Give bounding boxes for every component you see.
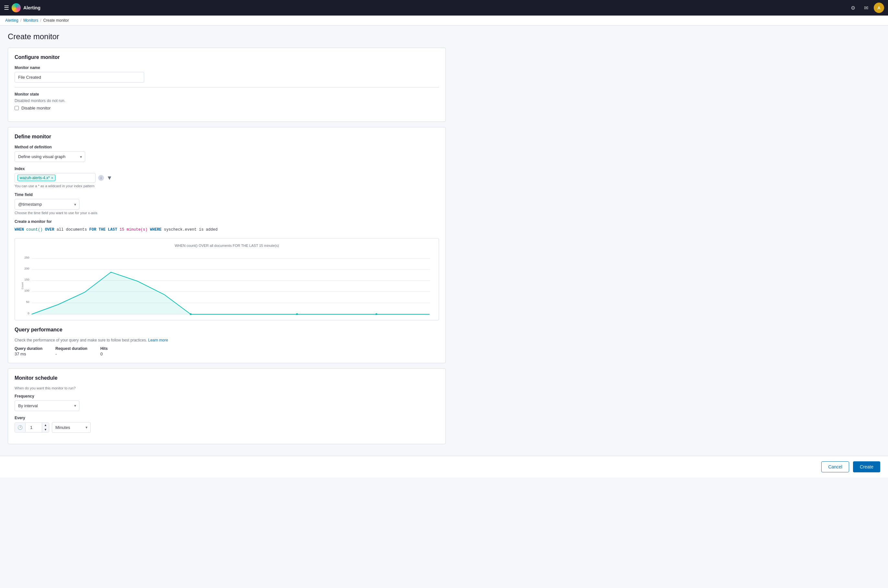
index-dropdown-icon[interactable]: ▼ <box>106 175 112 182</box>
index-label: Index <box>15 166 439 171</box>
every-label: Every <box>15 416 439 420</box>
index-tag-close[interactable]: × <box>51 176 53 180</box>
breadcrumb: Alerting / Monitors / Create monitor <box>0 15 888 26</box>
learn-more-link[interactable]: Learn more <box>148 338 168 342</box>
schedule-when-label: When do you want this monitor to run? <box>15 386 439 390</box>
breadcrumb-sep-1: / <box>20 18 21 22</box>
monitor-name-field: Monitor name <box>15 66 439 82</box>
request-duration-label: Request duration <box>56 346 87 351</box>
query-perf-desc: Check the performance of your query and … <box>15 338 439 342</box>
request-duration-metric: Request duration - <box>56 346 87 356</box>
request-duration-value: - <box>56 351 87 356</box>
nav-icons: ⚙ ✉ A <box>848 3 884 13</box>
frequency-label: Frequency <box>15 394 439 399</box>
monitor-name-input[interactable] <box>15 72 144 82</box>
create-button[interactable]: Create <box>853 461 880 472</box>
mail-icon[interactable]: ✉ <box>861 3 871 13</box>
spin-buttons: ▲ ▼ <box>42 423 49 432</box>
monitor-name-label: Monitor name <box>15 66 439 70</box>
over-value[interactable]: all documents <box>57 227 87 232</box>
avatar[interactable]: A <box>874 3 884 13</box>
query-duration-value: 37 ms <box>15 351 42 356</box>
time-field-row: Time field @timestamp ▼ Choose the time … <box>15 192 439 215</box>
index-tag: wazuh-alerts-4.x* × <box>18 175 56 181</box>
cancel-button[interactable]: Cancel <box>821 461 849 472</box>
hits-label: Hits <box>100 346 108 351</box>
svg-text:50: 50 <box>26 300 29 303</box>
disable-monitor-checkbox[interactable] <box>15 106 19 110</box>
hits-value: 0 <box>100 351 108 356</box>
svg-marker-12 <box>32 272 429 314</box>
method-select-wrapper: Define using visual graph Define using e… <box>15 151 85 162</box>
monitor-state-desc: Disabled monitors do not run. <box>15 99 439 103</box>
svg-text:200: 200 <box>24 267 29 270</box>
svg-text:150: 150 <box>24 278 29 281</box>
define-monitor-title: Define monitor <box>15 134 439 140</box>
method-label: Method of definition <box>15 145 439 149</box>
page-title: Create monitor <box>8 32 446 41</box>
interval-unit-wrapper: Minutes Hours Days ▼ <box>52 422 91 433</box>
forthe-keyword: FOR THE LAST <box>89 227 117 232</box>
page-content: Create monitor Configure monitor Monitor… <box>0 26 453 456</box>
menu-icon[interactable]: ☰ <box>4 4 9 11</box>
monitor-state-label: Monitor state <box>15 92 439 96</box>
over-keyword: OVER <box>45 227 54 232</box>
schedule-title: Monitor schedule <box>15 375 439 381</box>
monitor-schedule-card: Monitor schedule When do you want this m… <box>8 368 446 444</box>
app-logo <box>12 3 21 12</box>
spin-down-button[interactable]: ▼ <box>42 427 49 432</box>
clock-icon: 🕐 <box>15 423 26 432</box>
app-name: Alerting <box>23 5 845 10</box>
index-hint: You can use a * as a wildcard in your in… <box>15 184 439 188</box>
frequency-select[interactable]: By interval Daily Weekly Monthly Custom … <box>15 400 80 411</box>
query-expression: WHEN count() OVER all documents FOR THE … <box>15 226 439 234</box>
settings-icon[interactable]: ⚙ <box>848 3 858 13</box>
configure-monitor-title: Configure monitor <box>15 54 439 60</box>
query-performance-section: Query performance Check the performance … <box>15 327 439 356</box>
breadcrumb-sep-2: / <box>40 18 41 22</box>
svg-text:100: 100 <box>24 289 29 292</box>
index-field: Index wazuh-alerts-4.x* × i ▼ You can us… <box>15 166 439 188</box>
when-keyword: WHEN <box>15 227 24 232</box>
every-row: 🕐 ▲ ▼ Minutes Hours Days ▼ <box>15 422 439 433</box>
spin-up-button[interactable]: ▲ <box>42 423 49 428</box>
chart-title: WHEN count() OVER all documents FOR THE … <box>20 244 434 248</box>
time-field-select-wrapper: @timestamp ▼ <box>15 199 80 210</box>
interval-unit-select[interactable]: Minutes Hours Days <box>52 422 91 433</box>
perf-metrics: Query duration 37 ms Request duration - … <box>15 346 439 356</box>
time-field-label: Time field <box>15 192 439 197</box>
frequency-select-wrapper: By interval Daily Weekly Monthly Custom … <box>15 400 80 411</box>
query-duration-label: Query duration <box>15 346 42 351</box>
query-perf-title: Query performance <box>15 327 439 333</box>
breadcrumb-alerting[interactable]: Alerting <box>5 18 18 22</box>
condition-value[interactable]: syscheck.event is added <box>164 227 218 232</box>
chart-container: WHEN count() OVER all documents FOR THE … <box>15 238 439 320</box>
disable-monitor-label[interactable]: Disable monitor <box>21 106 51 111</box>
svg-text:0: 0 <box>27 312 29 315</box>
breadcrumb-current: Create monitor <box>43 18 69 22</box>
number-input-wrapper: 🕐 ▲ ▼ <box>15 423 49 432</box>
footer-bar: Cancel Create <box>0 456 888 477</box>
index-info-icon[interactable]: i <box>98 175 104 181</box>
frequency-field: Frequency By interval Daily Weekly Month… <box>15 394 439 411</box>
svg-text:250: 250 <box>24 256 29 259</box>
count-func[interactable]: count() <box>26 227 42 232</box>
every-number-input[interactable] <box>26 423 42 432</box>
create-monitor-for-section: Create a monitor for WHEN count() OVER a… <box>15 219 439 234</box>
time-field-hint: Choose the time field you want to use fo… <box>15 211 439 215</box>
define-monitor-card: Define monitor Method of definition Defi… <box>8 127 446 363</box>
svg-point-15 <box>375 313 377 315</box>
chart-area: 0 50 100 150 200 250 <box>20 250 434 315</box>
svg-text:Count: Count <box>21 282 24 289</box>
query-duration-metric: Query duration 37 ms <box>15 346 42 356</box>
time-field-select[interactable]: @timestamp <box>15 199 80 210</box>
breadcrumb-monitors[interactable]: Monitors <box>23 18 38 22</box>
svg-point-14 <box>296 313 298 315</box>
monitor-state-section: Monitor state Disabled monitors do not r… <box>15 92 439 111</box>
top-navigation: ☰ Alerting ⚙ ✉ A <box>0 0 888 15</box>
divider-1 <box>15 87 439 87</box>
chart-svg: 0 50 100 150 200 250 <box>20 250 434 315</box>
duration-value[interactable]: 15 minute(s) <box>120 227 147 232</box>
method-select[interactable]: Define using visual graph Define using e… <box>15 151 85 162</box>
method-of-definition-field: Method of definition Define using visual… <box>15 145 439 162</box>
